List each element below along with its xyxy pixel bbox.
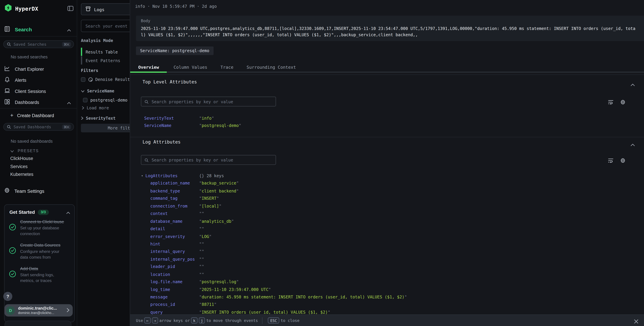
body-text[interactable]: 2025-11-10 23:59:47.000 UTC,postgres,ana… bbox=[141, 26, 639, 38]
attribute-key: leader_pid bbox=[142, 263, 199, 271]
load-more-button[interactable]: Load more bbox=[82, 106, 109, 110]
attribute-key: connection_from bbox=[142, 203, 199, 210]
no-saved-searches-text: No saved searches bbox=[11, 54, 48, 59]
chevron-up-icon bbox=[67, 99, 71, 106]
chevron-down-icon bbox=[10, 147, 14, 154]
attribute-row[interactable]: internal_query "" bbox=[142, 248, 640, 256]
event-search-box[interactable] bbox=[81, 20, 130, 32]
sidebar-item-team-settings[interactable]: Team Settings bbox=[4, 187, 44, 195]
chevron-up-icon bbox=[67, 26, 71, 33]
sidebar-item-label: Dashboards bbox=[15, 100, 39, 105]
sidebar-item-alerts[interactable]: Alerts bbox=[0, 75, 77, 85]
top-attributes-search-input[interactable] bbox=[152, 99, 276, 104]
wrap-lines-icon[interactable] bbox=[608, 99, 614, 107]
top-attributes-search[interactable] bbox=[141, 97, 276, 107]
dashboards-icon bbox=[4, 99, 10, 106]
log-attributes-search[interactable] bbox=[141, 155, 276, 165]
get-started-item-title: Connect to ClickHouse bbox=[20, 219, 67, 225]
get-started-header[interactable]: Get Started 3/3 bbox=[10, 208, 70, 216]
saved-dashboards-field[interactable] bbox=[14, 125, 62, 129]
presets-toggle[interactable]: PRESETS bbox=[10, 147, 39, 154]
log-section-actions bbox=[608, 157, 626, 165]
attribute-value: "" bbox=[199, 256, 204, 263]
attribute-row[interactable]: database_name "analytics_db" bbox=[142, 218, 640, 225]
mode-results-table[interactable]: Results Table bbox=[81, 48, 130, 56]
tab-column-values[interactable]: Column Values bbox=[167, 61, 214, 73]
denoise-checkbox[interactable] bbox=[81, 77, 86, 82]
keys-count: {}28 keys bbox=[199, 172, 224, 180]
attribute-row[interactable]: connection_from "[local]" bbox=[142, 203, 640, 210]
log-attributes-parent-row[interactable]: ▾ LogAttributes {}28 keys bbox=[142, 172, 640, 180]
wrap-lines-icon[interactable] bbox=[608, 157, 614, 165]
denoise-filter-row: Denoise Results bbox=[81, 77, 130, 82]
get-started-item-desc: Set up your database connection bbox=[20, 225, 67, 237]
attribute-key: log.file.name bbox=[142, 278, 199, 286]
tab-surrounding-context[interactable]: Surrounding Context bbox=[240, 61, 302, 73]
filter-group-severitytext[interactable]: SeverityText bbox=[81, 116, 116, 121]
attribute-row[interactable]: hint "" bbox=[142, 240, 640, 248]
attribute-row[interactable]: log_time "2025-11-10 23:59:47.000 UTC" bbox=[142, 286, 640, 293]
close-icon[interactable] bbox=[634, 318, 638, 325]
help-button[interactable]: ? bbox=[3, 292, 12, 301]
saved-dashboards-input[interactable]: ⌘K bbox=[3, 123, 74, 131]
settings-gear-icon[interactable] bbox=[620, 157, 626, 165]
sidebar-item-chart-explorer[interactable]: Chart Explorer bbox=[0, 64, 77, 74]
attribute-row[interactable]: context "" bbox=[142, 210, 640, 218]
sidebar: HyperDX Search ⌘K No saved searches bbox=[0, 0, 77, 326]
filter-group-servicename[interactable]: ServiceName bbox=[81, 89, 114, 93]
event-search-input[interactable] bbox=[81, 20, 130, 32]
attribute-key: LogAttributes bbox=[146, 172, 199, 180]
attribute-row[interactable]: SeverityText "info" bbox=[142, 115, 640, 122]
log-attributes-tree: ▾ LogAttributes {}28 keys application_na… bbox=[142, 172, 640, 316]
create-dashboard-button[interactable]: + Create Dashboard bbox=[10, 113, 54, 118]
no-saved-dashboards-text: No saved dashboards bbox=[11, 138, 52, 143]
source-select[interactable]: Logs bbox=[81, 3, 130, 15]
attribute-row[interactable]: leader_pid "" bbox=[142, 263, 640, 271]
get-started-item[interactable]: Create Data Sources Configure where your… bbox=[4, 242, 74, 260]
user-name: dominic.tran@clic... bbox=[18, 306, 57, 311]
attribute-row[interactable]: internal_query_pos "" bbox=[142, 256, 640, 263]
get-started-item[interactable]: Connect to ClickHouse Set up your databa… bbox=[4, 219, 74, 237]
sidebar-item-client-sessions[interactable]: Client Sessions bbox=[0, 86, 77, 96]
attribute-row[interactable]: backend_type "client backend" bbox=[142, 187, 640, 195]
attribute-row[interactable]: message "duration: 45.950 ms statement: … bbox=[142, 293, 640, 301]
sidebar-item-dashboards[interactable]: Dashboards bbox=[0, 98, 77, 107]
attribute-row[interactable]: error_severity "LOG" bbox=[142, 233, 640, 240]
saved-searches-field[interactable] bbox=[14, 42, 62, 47]
collapse-section-icon[interactable] bbox=[630, 140, 635, 148]
attribute-row[interactable]: process_id "88711" bbox=[142, 301, 640, 309]
divider bbox=[130, 137, 644, 137]
log-attributes-search-input[interactable] bbox=[152, 158, 276, 162]
search-icon bbox=[7, 41, 11, 48]
postgresql-demo-checkbox[interactable] bbox=[83, 98, 88, 102]
attribute-row[interactable]: location "" bbox=[142, 271, 640, 278]
chevron-up-icon[interactable] bbox=[66, 208, 70, 216]
mode-event-patterns[interactable]: Event Patterns bbox=[81, 56, 130, 65]
tab-overview[interactable]: Overview bbox=[130, 61, 167, 73]
preset-item[interactable]: Services bbox=[10, 163, 34, 171]
tab-trace[interactable]: Trace bbox=[214, 61, 240, 73]
denoise-label: Denoise Results bbox=[95, 77, 130, 82]
attribute-row[interactable]: application_name "backup_service" bbox=[142, 180, 640, 187]
service-name-tag[interactable]: ServiceName: postgresql-demo bbox=[136, 46, 214, 55]
saved-searches-input[interactable]: ⌘K bbox=[3, 40, 74, 48]
attribute-row[interactable]: command_tag "INSERT" bbox=[142, 195, 640, 203]
attribute-row[interactable]: ServiceName "postgresql-demo" bbox=[142, 122, 640, 130]
get-started-item-desc: Configure where your data comes from bbox=[20, 249, 67, 260]
attribute-key: detail bbox=[142, 225, 199, 233]
preset-item[interactable]: Kubernetes bbox=[10, 171, 34, 179]
attribute-value: "" bbox=[199, 248, 204, 256]
attribute-row[interactable]: log.file.name "postgresql.log" bbox=[142, 278, 640, 286]
user-menu[interactable]: D dominic.tran@clic... dominic.tran@clic… bbox=[4, 304, 73, 316]
collapse-sidebar-icon[interactable] bbox=[67, 6, 74, 13]
sidebar-item-search[interactable]: Search bbox=[0, 25, 77, 35]
get-started-item[interactable]: Add Data Start sending logs, metrics, or… bbox=[4, 265, 74, 284]
collapse-section-icon[interactable] bbox=[630, 80, 635, 88]
attribute-key: database_name bbox=[142, 218, 199, 225]
search-icon bbox=[144, 156, 149, 164]
settings-gear-icon[interactable] bbox=[620, 99, 626, 107]
attribute-value: "duration: 45.950 ms statement: INSERT I… bbox=[199, 293, 407, 301]
preset-item[interactable]: ClickHouse bbox=[10, 155, 34, 163]
attribute-row[interactable]: detail "" bbox=[142, 225, 640, 233]
more-filters-button[interactable]: More filters bbox=[81, 124, 130, 132]
